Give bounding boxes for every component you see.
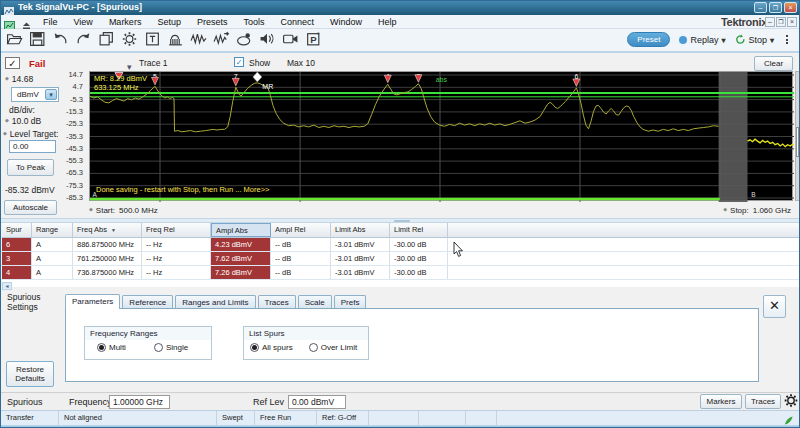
column-header-freq_rel[interactable]: Freq Rel — [142, 223, 211, 237]
markers-button[interactable]: Markers — [700, 394, 742, 409]
menu-file[interactable]: File — [35, 17, 66, 27]
spectrum-icon[interactable] — [167, 31, 184, 48]
range-zone-label: B — [751, 191, 755, 198]
mdi-minimize-icon[interactable] — [765, 17, 775, 27]
splitter-grip[interactable] — [394, 220, 410, 222]
y-axis-tick: -55.3 — [66, 156, 83, 165]
plot-scrollbar[interactable] — [795, 71, 800, 201]
menu-presets[interactable]: Presets — [189, 17, 236, 27]
column-header-range[interactable]: Range — [32, 223, 73, 237]
restore-defaults-button[interactable]: Restore Defaults — [6, 361, 54, 387]
table-scroll-left-icon[interactable] — [2, 282, 12, 290]
settings-close-icon[interactable] — [763, 295, 786, 318]
status-bar: TransferNot alignedSweptFree RunRef: G-O… — [1, 410, 799, 425]
stop-frequency[interactable]: Stop:1.060 GHz — [723, 206, 791, 215]
restore-icon[interactable] — [769, 2, 782, 13]
tab-parameters[interactable]: Parameters — [65, 294, 120, 309]
settings-panel-title: Spurious Settings — [7, 292, 55, 312]
replay-label: Replay — [690, 35, 718, 45]
waveform-arrow-icon[interactable] — [213, 31, 230, 48]
mdi-close-icon[interactable] — [787, 17, 797, 27]
mdi-child-icon — [4, 17, 15, 27]
traces-button[interactable]: Traces — [745, 394, 781, 409]
cell-range: A — [32, 238, 73, 251]
radio-over-limit[interactable] — [309, 343, 318, 352]
close-icon[interactable] — [784, 2, 797, 13]
minimize-icon[interactable] — [754, 2, 767, 13]
radio-single[interactable] — [154, 343, 163, 352]
mouse-cursor — [453, 242, 465, 263]
menu-setup[interactable]: Setup — [149, 17, 189, 27]
db-div-value[interactable]: 10.0 dB — [5, 116, 41, 126]
mdi-restore-icon[interactable] — [776, 17, 786, 27]
menu-tools[interactable]: Tools — [235, 17, 272, 27]
spur-row[interactable]: 3A761.250000 MHz-- Hz7.62 dBmV-- dB-3.01… — [2, 252, 799, 266]
window-title: Tek SignalVu-PC - [Spurious] — [18, 2, 142, 12]
level-target-input[interactable] — [9, 140, 56, 153]
column-header-ampl_abs[interactable]: Ampl Abs — [211, 223, 271, 237]
copy-icon[interactable] — [98, 31, 115, 48]
trace-selector[interactable]: Trace 1 — [139, 58, 168, 68]
y-axis-tick: 14.7 — [68, 70, 83, 79]
replay-button[interactable]: Replay — [679, 35, 725, 45]
preset-p-icon[interactable]: P* — [305, 31, 322, 48]
menu-window[interactable]: Window — [322, 17, 370, 27]
status-message: Done saving - restart with Stop, then Ru… — [96, 185, 270, 194]
sort-desc-icon — [107, 225, 116, 234]
chevron-down-icon[interactable] — [721, 35, 725, 45]
undo-icon[interactable] — [52, 31, 69, 48]
menu-items: FileViewMarkersSetupPresetsToolsConnectW… — [35, 15, 405, 29]
stop-button[interactable]: Stop — [734, 34, 774, 45]
eject-icon[interactable] — [21, 17, 32, 28]
menu-markers[interactable]: Markers — [101, 17, 150, 27]
show-trace-checkbox[interactable] — [234, 57, 244, 67]
radio-multi[interactable] — [97, 343, 106, 352]
open-icon[interactable] — [6, 31, 23, 48]
radio-all-spurs[interactable] — [250, 343, 259, 352]
chevron-down-icon[interactable] — [770, 35, 774, 45]
frequency-input[interactable] — [109, 395, 170, 409]
to-peak-button[interactable]: To Peak — [7, 159, 54, 176]
min-amplitude-readout: -85.32 dBmV — [5, 185, 55, 195]
settings-gear-icon[interactable] — [783, 393, 799, 409]
cell-ampl_rel: -- dB — [271, 266, 331, 279]
waveform-icon[interactable] — [190, 31, 207, 48]
start-frequency[interactable]: Start:500.0 MHz — [89, 206, 158, 215]
tab-prefs[interactable]: Prefs — [334, 295, 367, 309]
trace-function-value[interactable]: Max 10 — [287, 58, 315, 68]
title-bar[interactable]: Tek SignalVu-PC - [Spurious] — [1, 1, 799, 15]
tab-ranges-and-limits[interactable]: Ranges and Limits — [175, 295, 255, 309]
passfail-checkbox[interactable] — [5, 57, 20, 69]
save-icon[interactable] — [29, 31, 46, 48]
camera-icon[interactable] — [282, 31, 299, 48]
trackball-icon[interactable] — [236, 31, 253, 48]
autoscale-button[interactable]: Autoscale — [4, 200, 57, 215]
menu-view[interactable]: View — [66, 17, 101, 27]
scrollbar-thumb[interactable] — [796, 127, 799, 157]
list-spurs-title: List Spurs — [244, 327, 368, 340]
more-options-icon[interactable] — [783, 33, 791, 47]
preset-button[interactable]: Preset — [627, 32, 670, 47]
ref-lev-label: Ref Lev — [253, 397, 284, 407]
column-header-spur[interactable]: Spur — [2, 223, 32, 237]
clear-button[interactable]: Clear — [754, 56, 793, 71]
tab-scale[interactable]: Scale — [298, 295, 332, 309]
ref-lev-input[interactable] — [288, 395, 346, 409]
spectrum-plot[interactable]: 57436MRMR: 8.29 dBmV633.125 MHzabsDone s… — [89, 71, 793, 201]
settings-gear-icon[interactable] — [121, 31, 138, 48]
text-marker-icon[interactable] — [144, 31, 161, 48]
speaker-icon[interactable] — [259, 31, 276, 48]
redo-icon[interactable] — [75, 31, 92, 48]
column-header-limit_abs[interactable]: Limit Abs — [331, 223, 390, 237]
tab-reference[interactable]: Reference — [122, 295, 173, 309]
toolbar-separator — [1, 51, 799, 53]
column-header-limit_rel[interactable]: Limit Rel — [390, 223, 448, 237]
menu-connect[interactable]: Connect — [272, 17, 322, 27]
menu-help[interactable]: Help — [370, 17, 405, 27]
spur-row[interactable]: 4A736.875000 MHz-- Hz7.26 dBmV-- dB-3.01… — [2, 266, 799, 280]
column-header-freq_abs[interactable]: Freq Abs — [73, 223, 142, 237]
ref-level-value[interactable]: 14.68 — [5, 74, 33, 84]
tab-traces[interactable]: Traces — [258, 295, 296, 309]
column-header-ampl_rel[interactable]: Ampl Rel — [271, 223, 331, 237]
spur-row[interactable]: 6A886.875000 MHz-- Hz4.23 dBmV-- dB-3.01… — [2, 238, 799, 252]
